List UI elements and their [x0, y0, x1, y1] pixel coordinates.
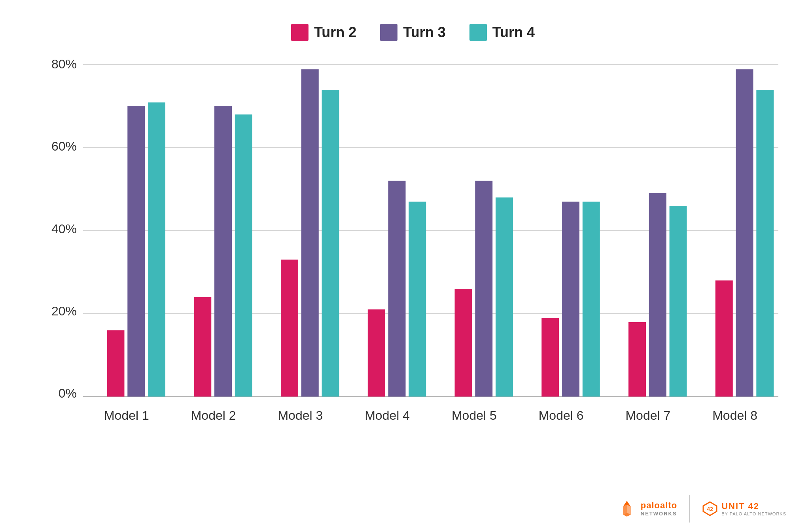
chart-legend: Turn 2 Turn 3 Turn 4 [47, 24, 778, 41]
unit42-logo: 42 UNIT 42 BY PALO ALTO NETWORKS [702, 500, 786, 517]
x-label-model6: Model 6 [518, 408, 605, 423]
bar-chart-svg [83, 57, 778, 404]
x-label-model2: Model 2 [170, 408, 257, 423]
bar-m3-t2 [281, 260, 298, 397]
bar-m4-t2 [368, 309, 385, 397]
y-label-40: 40% [51, 222, 77, 236]
bar-m1-t4 [148, 102, 165, 396]
x-label-model8: Model 8 [691, 408, 778, 423]
bar-m3-t4 [322, 90, 339, 396]
bar-m4-t3 [388, 181, 406, 397]
bar-m1-t3 [127, 106, 145, 396]
x-label-model7: Model 7 [605, 408, 692, 423]
bar-m6-t2 [541, 318, 559, 396]
legend-label-turn3: Turn 3 [403, 24, 445, 41]
x-label-model5: Model 5 [431, 408, 518, 423]
y-label-80: 80% [51, 57, 77, 72]
bar-m5-t2 [455, 289, 472, 396]
x-label-model4: Model 4 [344, 408, 431, 423]
logos-area: paloalto NETWORKS 42 UNIT 42 BY PALO ALT… [617, 495, 786, 523]
paloalto-networks-text: NETWORKS [641, 511, 677, 517]
bar-m6-t4 [583, 202, 600, 396]
legend-item-turn2: Turn 2 [291, 24, 356, 41]
paloalto-icon [617, 499, 637, 519]
logo-divider [689, 495, 690, 523]
legend-swatch-turn4 [469, 24, 487, 41]
bar-m7-t2 [628, 322, 646, 396]
bar-m7-t3 [649, 193, 666, 397]
bar-m2-t3 [214, 106, 232, 396]
bar-m2-t2 [194, 297, 211, 396]
bar-m2-t4 [235, 115, 252, 397]
paloalto-text: paloalto [641, 501, 677, 510]
unit42-sub: BY PALO ALTO NETWORKS [721, 511, 786, 516]
bar-m1-t2 [107, 330, 125, 396]
bar-m6-t3 [562, 202, 579, 396]
y-label-20: 20% [51, 304, 77, 319]
bar-m4-t4 [409, 202, 426, 396]
chart-container: Turn 2 Turn 3 Turn 4 0% 20% 40% 60% 80% [0, 0, 810, 532]
paloalto-logo: paloalto NETWORKS [617, 499, 677, 519]
bar-m8-t4 [756, 90, 774, 396]
bar-m7-t4 [670, 206, 687, 396]
bar-m8-t2 [715, 280, 733, 396]
bar-m8-t3 [736, 69, 753, 396]
legend-item-turn3: Turn 3 [380, 24, 445, 41]
legend-label-turn2: Turn 2 [314, 24, 356, 41]
bar-m3-t3 [301, 69, 319, 396]
legend-label-turn4: Turn 4 [492, 24, 535, 41]
y-label-60: 60% [51, 139, 77, 154]
legend-swatch-turn3 [380, 24, 397, 41]
unit42-icon: 42 [702, 500, 718, 517]
y-label-0: 0% [59, 386, 77, 401]
bar-m5-t4 [496, 198, 513, 397]
x-label-model1: Model 1 [83, 408, 170, 423]
legend-item-turn4: Turn 4 [469, 24, 535, 41]
svg-text:42: 42 [707, 506, 713, 512]
bar-m5-t3 [475, 181, 492, 397]
x-label-model3: Model 3 [257, 408, 344, 423]
unit42-text: UNIT 42 [721, 501, 786, 511]
legend-swatch-turn2 [291, 24, 308, 41]
